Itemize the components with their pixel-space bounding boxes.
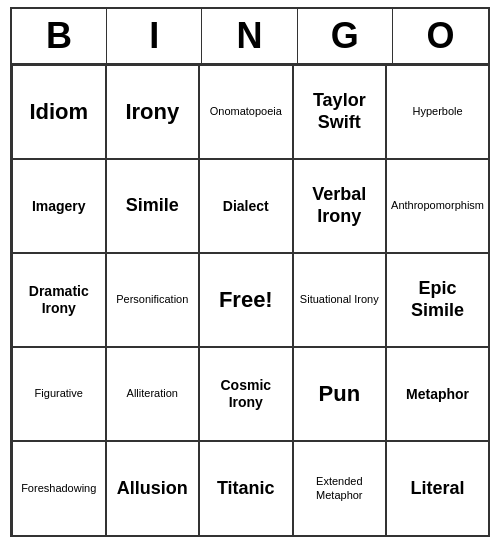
bingo-header: BINGO	[12, 9, 488, 65]
bingo-cell: Personification	[106, 253, 200, 347]
bingo-cell: Dialect	[199, 159, 293, 253]
bingo-cell: Free!	[199, 253, 293, 347]
cell-text: Foreshadowing	[21, 482, 96, 495]
cell-text: Personification	[116, 293, 188, 306]
bingo-cell: Titanic	[199, 441, 293, 535]
bingo-cell: Alliteration	[106, 347, 200, 441]
bingo-cell: Foreshadowing	[12, 441, 106, 535]
bingo-cell: Epic Simile	[386, 253, 488, 347]
cell-text: Taylor Swift	[298, 90, 382, 133]
bingo-cell: Metaphor	[386, 347, 488, 441]
cell-text: Figurative	[35, 387, 83, 400]
cell-text: Anthropomorphism	[391, 199, 484, 212]
cell-text: Dialect	[223, 198, 269, 215]
bingo-cell: Imagery	[12, 159, 106, 253]
bingo-cell: Literal	[386, 441, 488, 535]
bingo-cell: Taylor Swift	[293, 65, 387, 159]
cell-text: Titanic	[217, 478, 275, 500]
header-letter: B	[12, 9, 107, 63]
cell-text: Metaphor	[406, 386, 469, 403]
bingo-cell: Hyperbole	[386, 65, 488, 159]
bingo-cell: Extended Metaphor	[293, 441, 387, 535]
cell-text: Imagery	[32, 198, 86, 215]
bingo-cell: Pun	[293, 347, 387, 441]
cell-text: Idiom	[29, 99, 88, 125]
cell-text: Allusion	[117, 478, 188, 500]
cell-text: Cosmic Irony	[204, 377, 288, 411]
cell-text: Alliteration	[127, 387, 178, 400]
cell-text: Pun	[319, 381, 361, 407]
bingo-cell: Idiom	[12, 65, 106, 159]
header-letter: N	[202, 9, 297, 63]
bingo-cell: Simile	[106, 159, 200, 253]
cell-text: Dramatic Irony	[17, 283, 101, 317]
bingo-cell: Anthropomorphism	[386, 159, 488, 253]
bingo-cell: Allusion	[106, 441, 200, 535]
bingo-cell: Onomatopoeia	[199, 65, 293, 159]
cell-text: Simile	[126, 195, 179, 217]
cell-text: Epic Simile	[391, 278, 484, 321]
cell-text: Literal	[411, 478, 465, 500]
cell-text: Irony	[125, 99, 179, 125]
cell-text: Verbal Irony	[298, 184, 382, 227]
bingo-card: BINGO IdiomIronyOnomatopoeiaTaylor Swift…	[10, 7, 490, 537]
header-letter: G	[298, 9, 393, 63]
bingo-cell: Figurative	[12, 347, 106, 441]
bingo-cell: Situational Irony	[293, 253, 387, 347]
header-letter: I	[107, 9, 202, 63]
cell-text: Situational Irony	[300, 293, 379, 306]
cell-text: Hyperbole	[412, 105, 462, 118]
header-letter: O	[393, 9, 488, 63]
bingo-grid: IdiomIronyOnomatopoeiaTaylor SwiftHyperb…	[12, 65, 488, 535]
bingo-cell: Cosmic Irony	[199, 347, 293, 441]
bingo-cell: Irony	[106, 65, 200, 159]
bingo-cell: Dramatic Irony	[12, 253, 106, 347]
bingo-cell: Verbal Irony	[293, 159, 387, 253]
cell-text: Free!	[219, 287, 273, 313]
cell-text: Onomatopoeia	[210, 105, 282, 118]
cell-text: Extended Metaphor	[298, 475, 382, 501]
